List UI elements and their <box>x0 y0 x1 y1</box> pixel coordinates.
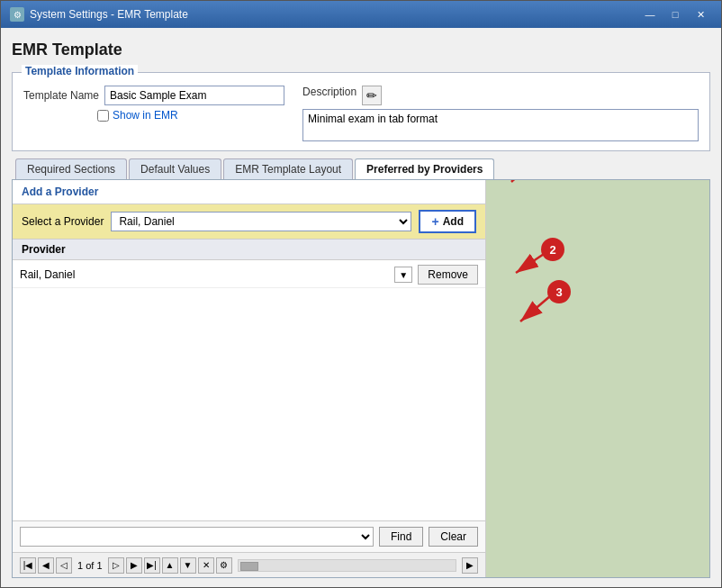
add-provider-header: Add a Provider <box>13 180 485 204</box>
scroll-bar[interactable] <box>238 559 456 572</box>
callout-1-arrow <box>480 179 552 191</box>
search-select[interactable] <box>20 527 374 547</box>
titlebar: ⚙ System Settings - EMR Template — □ ✕ <box>1 1 721 28</box>
name-field-row: Template Name <box>23 86 284 105</box>
minimize-button[interactable]: — <box>638 6 662 23</box>
find-button[interactable]: Find <box>379 527 423 547</box>
right-green-panel <box>486 180 709 577</box>
scroll-thumb <box>240 562 258 571</box>
maximize-button[interactable]: □ <box>663 6 687 23</box>
description-section: Description ✏ Minimal exam in tab format <box>302 86 699 141</box>
clear-button[interactable]: Clear <box>429 527 478 547</box>
svg-line-1 <box>511 179 538 182</box>
next-button[interactable]: ▷ <box>108 557 124 574</box>
providers-panel: Add a Provider Select a Provider Rail, D… <box>13 180 709 577</box>
scroll-right-button[interactable]: ▶ <box>462 557 478 574</box>
tab-default-values[interactable]: Default Values <box>129 158 221 179</box>
tab-required-sections[interactable]: Required Sections <box>15 158 127 179</box>
tab-emr-template-layout[interactable]: EMR Template Layout <box>223 158 353 179</box>
edit-description-button[interactable]: ✏ <box>362 86 382 105</box>
app-icon: ⚙ <box>10 7 24 22</box>
providers-left: Add a Provider Select a Provider Rail, D… <box>13 180 486 577</box>
add-provider-row: Select a Provider Rail, Daniel + Add <box>13 204 485 240</box>
tab-bar: Required Sections Default Values EMR Tem… <box>12 158 710 179</box>
template-info-row: Template Name Show in EMR Description ✏ … <box>23 86 699 141</box>
tab-preferred-by-providers[interactable]: Preferred by Providers <box>355 158 494 179</box>
template-name-input[interactable] <box>104 86 284 105</box>
close-button[interactable]: ✕ <box>689 6 712 23</box>
provider-table-header: Provider <box>13 240 485 260</box>
settings-nav-button[interactable]: ⚙ <box>216 557 232 574</box>
tabs-container: Required Sections Default Values EMR Tem… <box>12 158 710 578</box>
callout-3-container: 3 <box>504 284 567 336</box>
description-row: Description ✏ <box>302 86 699 105</box>
name-section: Template Name Show in EMR <box>23 86 284 122</box>
callout-1-container: 1 <box>480 179 552 194</box>
tab-content: Add a Provider Select a Provider Rail, D… <box>12 179 710 578</box>
window-controls: — □ ✕ <box>638 6 712 23</box>
description-textarea[interactable]: Minimal exam in tab format <box>302 109 699 141</box>
callout-2-container: 2 <box>498 241 561 285</box>
prev-page-button[interactable]: ◀ <box>38 557 54 574</box>
provider-select[interactable]: Rail, Daniel <box>111 212 411 231</box>
window-title: System Settings - EMR Template <box>30 8 188 21</box>
prev-button[interactable]: ◁ <box>56 557 72 574</box>
cancel-nav-button[interactable]: ✕ <box>198 557 214 574</box>
select-provider-label: Select a Provider <box>22 215 104 228</box>
last-page-button[interactable]: ▶| <box>144 557 160 574</box>
down-button[interactable]: ▼ <box>180 557 196 574</box>
first-page-button[interactable]: |◀ <box>20 557 36 574</box>
providers-main: Add a Provider Select a Provider Rail, D… <box>13 180 709 577</box>
pagination-bar: |◀ ◀ ◁ 1 of 1 ▷ ▶ ▶| ▲ ▼ ✕ ⚙ <box>13 552 485 577</box>
callout-badge-3: 3 <box>547 280 571 303</box>
up-button[interactable]: ▲ <box>162 557 178 574</box>
bottom-bar: Find Clear <box>13 520 485 552</box>
provider-dropdown-button[interactable]: ▼ <box>394 267 412 283</box>
show-in-emr-checkbox[interactable] <box>97 110 109 122</box>
main-content: EMR Template Template Information Templa… <box>1 28 721 587</box>
provider-name: Rail, Daniel <box>20 268 389 281</box>
page-info: 1 of 1 <box>77 560 103 571</box>
main-window: ⚙ System Settings - EMR Template — □ ✕ E… <box>0 0 722 588</box>
template-info-group: Template Information Template Name Show … <box>12 72 710 151</box>
show-in-emr-label[interactable]: Show in EMR <box>113 109 178 122</box>
page-title: EMR Template <box>12 37 710 65</box>
remove-provider-button[interactable]: Remove <box>418 265 478 285</box>
name-label: Template Name <box>23 89 99 102</box>
callout-badge-2: 2 <box>541 238 564 261</box>
group-box-title: Template Information <box>22 65 138 77</box>
titlebar-left: ⚙ System Settings - EMR Template <box>10 7 188 22</box>
provider-row: Rail, Daniel ▼ Remove <box>13 262 485 288</box>
description-label: Description <box>302 86 356 98</box>
add-provider-button[interactable]: + Add <box>419 210 476 233</box>
provider-list: Rail, Daniel ▼ Remove <box>13 260 485 520</box>
next-page-button[interactable]: ▶ <box>126 557 142 574</box>
plus-icon: + <box>431 214 438 229</box>
show-in-emr-row: Show in EMR <box>97 109 284 122</box>
